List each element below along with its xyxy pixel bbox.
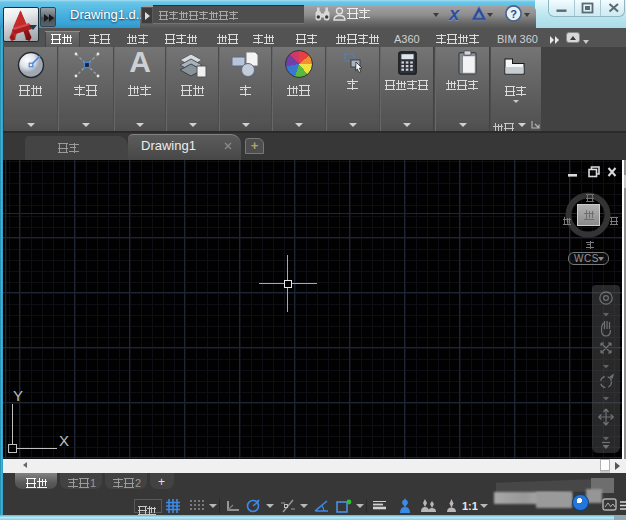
svg-text:?: ? bbox=[510, 8, 517, 20]
